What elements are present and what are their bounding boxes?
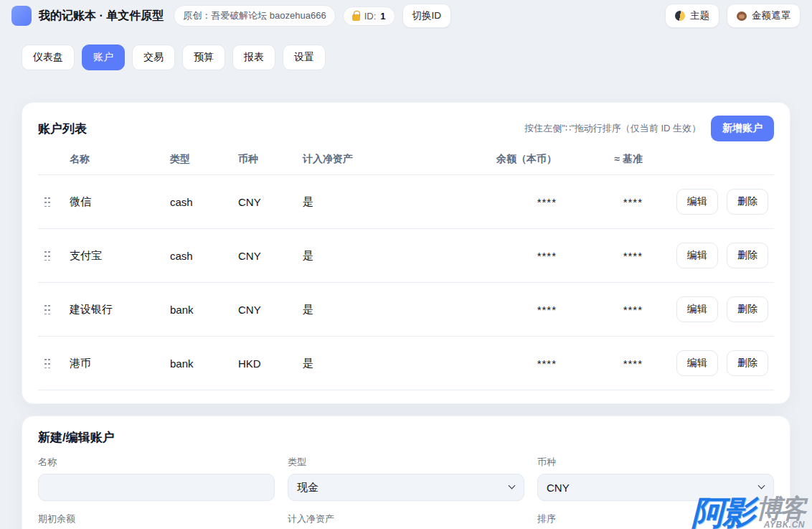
account-table: 名称 类型 币种 计入净资产 余额（本币） ≈ 基准 微信 cash CNY 是… <box>38 146 774 390</box>
delete-account-button[interactable]: 删除 <box>727 350 768 376</box>
watermark-domain: AYBK.CN <box>764 520 805 529</box>
table-row: 港币 bank HKD 是 **** **** 编辑 删除 <box>38 337 774 390</box>
edit-account-button[interactable]: 编辑 <box>676 296 718 322</box>
edit-account-button[interactable]: 编辑 <box>676 350 718 376</box>
table-row: 建设银行 bank CNY 是 **** **** 编辑 删除 <box>38 283 774 337</box>
account-type: bank <box>164 337 232 390</box>
amount-mask-label: 金额遮罩 <box>752 9 790 22</box>
header-balance: 余额（本币） <box>455 146 562 175</box>
table-header-row: 名称 类型 币种 计入净资产 余额（本币） ≈ 基准 <box>38 146 774 175</box>
tab-budget[interactable]: 预算 <box>182 45 225 70</box>
type-select[interactable]: 现金 <box>288 474 524 501</box>
account-type: cash <box>164 229 232 283</box>
theme-button-label: 主题 <box>690 9 709 22</box>
account-type: cash <box>164 175 232 229</box>
account-balance: **** <box>455 337 562 390</box>
tab-accounts[interactable]: 账户 <box>82 45 125 70</box>
table-row: 支付宝 cash CNY 是 **** **** 编辑 删除 <box>38 229 774 283</box>
currency-field-label: 币种 <box>537 456 774 469</box>
delete-account-button[interactable]: 删除 <box>727 296 768 322</box>
current-id-badge: ID: 1 <box>343 6 395 26</box>
header-currency: 币种 <box>232 146 297 175</box>
drag-sort-hint: 按住左侧"∷"拖动行排序（仅当前 ID 生效） <box>524 122 701 135</box>
account-name: 支付宝 <box>64 229 164 283</box>
theme-moon-icon <box>675 11 685 21</box>
table-row: 微信 cash CNY 是 **** **** 编辑 删除 <box>38 175 774 229</box>
tab-reports[interactable]: 报表 <box>232 45 275 70</box>
account-currency: CNY <box>232 229 297 283</box>
header-base: ≈ 基准 <box>562 146 648 175</box>
account-base: **** <box>562 229 648 283</box>
name-field-label: 名称 <box>38 456 275 469</box>
header-type: 类型 <box>164 146 232 175</box>
account-name: 港币 <box>64 337 164 390</box>
type-field-group: 类型 现金 <box>288 456 524 501</box>
drag-handle-icon[interactable] <box>44 195 50 207</box>
id-value: 1 <box>380 11 385 22</box>
account-currency: HKD <box>232 337 297 390</box>
type-field-label: 类型 <box>288 456 524 469</box>
account-balance: **** <box>455 229 562 283</box>
account-name: 微信 <box>64 175 164 229</box>
account-list-header: 账户列表 按住左侧"∷"拖动行排序（仅当前 ID 生效） 新增账户 <box>38 116 774 141</box>
delete-account-button[interactable]: 删除 <box>727 189 768 215</box>
account-base: **** <box>562 175 648 229</box>
initial-balance-label: 期初余额 <box>38 512 275 525</box>
origin-badge-label: 原创：吾爱破解论坛 baozehua666 <box>183 9 326 22</box>
add-account-button[interactable]: 新增账户 <box>711 116 774 141</box>
watermark-brand-blue: 阿影 <box>691 496 753 529</box>
account-form-grid: 名称 类型 现金 币种 CNY 期初余额 计入净资产 <box>38 456 774 529</box>
account-base: **** <box>562 337 648 390</box>
header-net-asset: 计入净资产 <box>297 146 455 175</box>
see-no-evil-monkey-icon <box>737 11 747 21</box>
account-list-title: 账户列表 <box>38 121 87 137</box>
edit-account-button[interactable]: 编辑 <box>676 189 718 215</box>
account-form-title: 新建/编辑账户 <box>38 429 774 446</box>
account-net-asset: 是 <box>297 283 455 337</box>
tab-transactions[interactable]: 交易 <box>132 45 175 70</box>
header-name: 名称 <box>64 146 164 175</box>
app-logo <box>11 6 32 26</box>
main-nav-tabs: 仪表盘 账户 交易 预算 报表 设置 <box>0 32 812 70</box>
app-title: 我的记账本 · 单文件原型 <box>39 9 164 24</box>
account-form-card: 新建/编辑账户 名称 类型 现金 币种 CNY 期初余额 <box>22 416 790 529</box>
top-bar: 我的记账本 · 单文件原型 原创：吾爱破解论坛 baozehua666 ID: … <box>0 0 812 32</box>
switch-id-button[interactable]: 切换ID <box>402 4 452 28</box>
lock-icon <box>352 14 360 21</box>
delete-account-button[interactable]: 删除 <box>727 243 768 268</box>
watermark-brand-gray: 博客 <box>756 496 805 522</box>
amount-mask-button[interactable]: 金额遮罩 <box>727 4 801 28</box>
name-input[interactable] <box>38 474 275 501</box>
drag-handle-icon[interactable] <box>44 303 50 314</box>
account-net-asset: 是 <box>297 337 455 390</box>
theme-button[interactable]: 主题 <box>665 4 719 28</box>
name-field-group: 名称 <box>38 456 275 501</box>
header-actions <box>648 146 774 175</box>
origin-badge: 原创：吾爱破解论坛 baozehua666 <box>174 5 335 27</box>
drag-handle-icon[interactable] <box>44 249 50 261</box>
tab-settings[interactable]: 设置 <box>283 45 326 70</box>
account-type: bank <box>164 283 232 337</box>
account-balance: **** <box>455 283 562 337</box>
account-base: **** <box>562 283 648 337</box>
net-asset-label: 计入净资产 <box>288 512 524 525</box>
header-drag-handle <box>38 146 64 175</box>
account-net-asset: 是 <box>297 175 455 229</box>
account-balance: **** <box>455 175 562 229</box>
tab-dashboard[interactable]: 仪表盘 <box>22 45 75 70</box>
edit-account-button[interactable]: 编辑 <box>676 243 718 268</box>
account-list-card: 账户列表 按住左侧"∷"拖动行排序（仅当前 ID 生效） 新增账户 名称 类型 … <box>22 102 790 404</box>
account-name: 建设银行 <box>64 283 164 337</box>
watermark-logo: 阿影 博客 AYBK.CN <box>691 496 805 529</box>
net-asset-field-group: 计入净资产 是 <box>288 512 524 529</box>
account-currency: CNY <box>232 283 297 337</box>
account-net-asset: 是 <box>297 229 455 283</box>
account-currency: CNY <box>232 175 297 229</box>
initial-balance-field-group: 期初余额 <box>38 512 275 529</box>
drag-handle-icon[interactable] <box>44 357 50 368</box>
id-label: ID: <box>364 11 377 22</box>
